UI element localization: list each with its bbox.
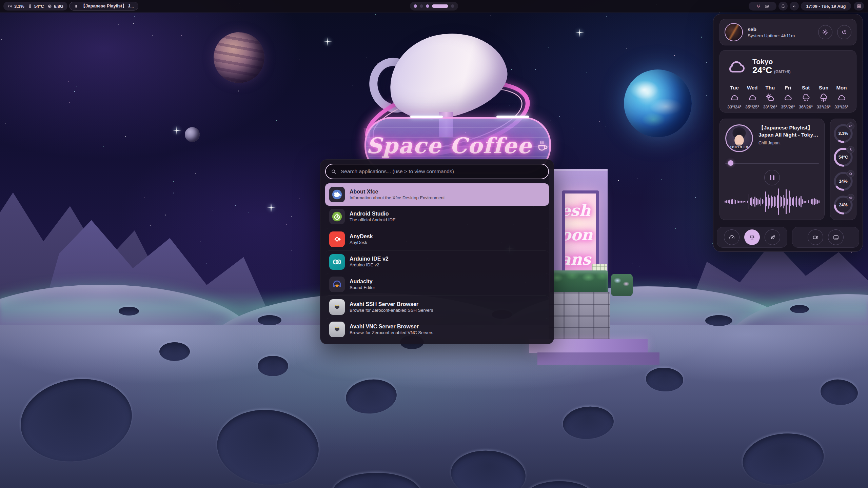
power-button[interactable] (837, 25, 851, 39)
music-player-card: TOKYO LO 【Japanese Playlist】 Japan All N… (719, 119, 825, 220)
app-description: Sound Editor (350, 285, 375, 290)
bell-icon (781, 4, 786, 9)
cloud-icon (747, 93, 757, 103)
uptime-label: System Uptime: 4h11m (748, 33, 813, 38)
screenshot-icon (832, 234, 840, 241)
star-sparkle (271, 203, 272, 212)
album-art[interactable]: TOKYO LO (725, 124, 753, 152)
wallpaper-small-moon (185, 127, 200, 142)
android-studio-icon (329, 209, 345, 224)
wallpaper-flower-bush (611, 274, 633, 296)
workspace-indicator[interactable] (410, 2, 458, 11)
star-sparkle (176, 126, 177, 135)
wallpaper-planet-earth (624, 69, 692, 137)
xfce-mouse-icon (329, 187, 345, 202)
capture-group (792, 227, 859, 248)
performance-mode-button[interactable] (724, 229, 739, 245)
speedometer-icon (7, 4, 13, 9)
weather-forecast: Tue 33°/24° Wed 35°/25° Thu 33°/26° Fri … (726, 85, 850, 109)
screenshot-button[interactable] (828, 229, 844, 245)
system-stats-pill[interactable]: 3.1% 54°C 6.8G (3, 2, 67, 11)
screen-record-button[interactable] (808, 229, 823, 245)
music-progress-knob[interactable] (728, 160, 733, 166)
app-name: Audacity (350, 278, 375, 285)
forecast-day: Sat 36°/26° (797, 85, 814, 109)
power-icon (841, 29, 848, 36)
workspace-dot[interactable] (432, 4, 448, 8)
thermometer-icon (847, 146, 854, 154)
wallpaper-cafe-steps (537, 352, 659, 365)
scales-icon (749, 234, 755, 241)
app-description: Browse for Zeroconf-enabled VNC Servers (350, 330, 433, 336)
network-port-icon (329, 299, 345, 315)
track-title: 【Japanese Playlist】 Japan All Night - To… (758, 124, 819, 139)
app-description: AnyDesk (350, 240, 373, 245)
settings-button[interactable] (818, 25, 832, 39)
avatar[interactable] (725, 23, 743, 41)
workspace-dot[interactable] (414, 4, 417, 8)
play-pause-button[interactable] (764, 170, 780, 185)
wallpaper-tray-icon[interactable] (764, 4, 769, 9)
memory-usage: 6.8G (47, 4, 63, 9)
weather-timezone: (GMT+9) (774, 69, 790, 74)
divider (726, 81, 850, 81)
balanced-mode-button[interactable] (744, 229, 760, 245)
cloud-icon (783, 93, 793, 103)
gauge-memory: 14% (833, 171, 853, 191)
search-input[interactable] (325, 164, 549, 179)
pause-icon (773, 175, 775, 180)
launcher-item-avahi-ssh[interactable]: Avahi SSH Server Browser Browse for Zero… (325, 296, 549, 318)
forecast-day: Sun 33°/26° (815, 85, 832, 109)
workspace-dot[interactable] (426, 4, 429, 8)
launcher-item-arduino[interactable]: Arduino IDE v2 Arduino IDE v2 (325, 250, 549, 273)
chip-icon (847, 170, 854, 178)
clock-pill[interactable]: 17:09 - Tue, 19 Aug (801, 2, 851, 11)
speaker-icon (792, 4, 797, 9)
forecast-day: Tue 33°/24° (726, 85, 743, 109)
star-sparkle (579, 28, 580, 37)
audio-visualizer (723, 187, 821, 217)
volume-button[interactable] (790, 2, 799, 11)
progress-track (725, 163, 819, 164)
now-playing-pill[interactable]: 【Japanese Playlist】 J... (69, 2, 138, 11)
app-name: Android Studio (350, 210, 396, 217)
video-camera-icon (812, 234, 819, 241)
powersave-mode-button[interactable] (765, 229, 780, 245)
workspace-dot[interactable] (451, 4, 454, 8)
wallpaper-crater (705, 315, 732, 326)
notifications-button[interactable] (778, 2, 788, 11)
partly-sunny-icon (765, 93, 775, 103)
window-neon-text: oon (562, 223, 596, 247)
launcher-item-audacity[interactable]: Audacity Sound Editor (325, 273, 549, 296)
gauge-disk: 24% (833, 195, 853, 215)
track-subtitle: Chill Japan. (758, 141, 819, 145)
cloud-icon (726, 56, 747, 77)
app-name: Arduino IDE v2 (350, 256, 389, 262)
launcher-item-avahi-vnc[interactable]: Avahi VNC Server Browser Browse for Zero… (325, 318, 549, 341)
forecast-day: Wed 35°/25° (744, 85, 761, 109)
neon-sign-text: Space Coffee (366, 133, 532, 158)
user-card: seb System Uptime: 4h11m (719, 19, 856, 45)
launcher-item-android-studio[interactable]: Android Studio The official Android IDE (325, 206, 549, 228)
rain-icon (801, 93, 811, 103)
wallpaper-planter (549, 292, 610, 340)
launcher-item-about-xfce[interactable]: About Xfce Information about the Xfce De… (325, 183, 549, 206)
wallpaper-planet (214, 32, 264, 83)
window-neon-text: esh (562, 198, 596, 223)
control-panel: seb System Uptime: 4h11m Tokyo 24°C (GMT… (713, 14, 863, 252)
chip-icon (47, 4, 52, 9)
music-progress-bar[interactable] (725, 160, 819, 166)
clock-label: 17:09 - Tue, 19 Aug (806, 4, 846, 9)
cloud-icon (836, 93, 847, 103)
workspace-dot[interactable] (420, 4, 423, 8)
launcher-item-anydesk[interactable]: AnyDesk AnyDesk (325, 228, 549, 250)
audacity-icon (329, 277, 345, 292)
top-bar: 3.1% 54°C 6.8G 【Japanese Playlist】 J... (0, 0, 868, 13)
power-profile-group (717, 227, 787, 248)
dashboard-toggle-button[interactable] (854, 2, 864, 11)
app-name: About Xfce (350, 188, 445, 195)
tray-pill[interactable] (749, 2, 776, 11)
tray-app-icon[interactable] (756, 4, 761, 9)
app-description: The official Android IDE (350, 217, 396, 223)
star-sparkle (327, 37, 328, 46)
